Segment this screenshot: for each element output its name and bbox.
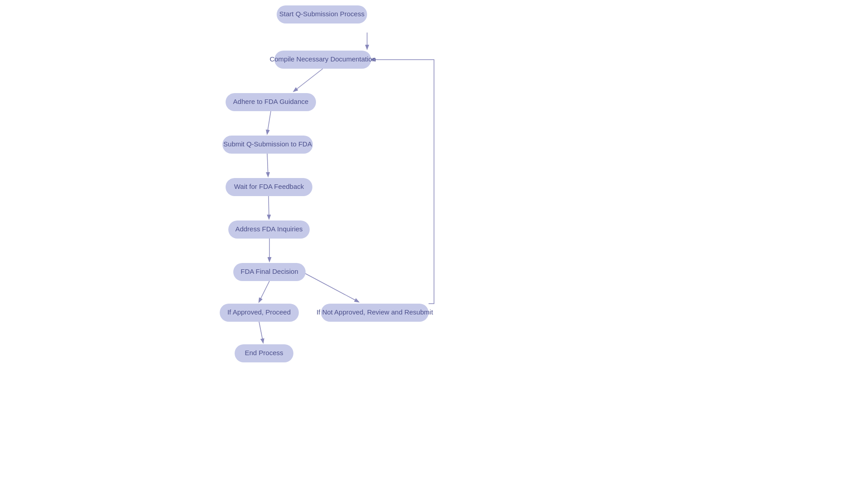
arrow-decision-approved [259,281,269,302]
arrow-approved-end [259,322,263,343]
arrow-submit-wait [267,154,268,176]
node-notapproved-label: If Not Approved, Review and Resubmit [316,308,433,316]
arrow-adhere-submit [267,111,271,134]
node-submit-label: Submit Q-Submission to FDA [223,140,312,148]
node-decision-label: FDA Final Decision [241,267,298,275]
arrow-decision-notapproved [302,272,359,302]
node-compile-label: Compile Necessary Documentation [269,55,376,63]
node-start-label: Start Q-Submission Process [279,10,364,18]
arrow-wait-address [269,196,269,219]
flowchart-container: Start Q-Submission Process Compile Neces… [0,0,868,488]
node-wait-label: Wait for FDA Feedback [234,183,304,190]
node-adhere-label: Adhere to FDA Guidance [233,98,309,105]
arrow-compile-adhere [294,69,323,91]
arrow-notapproved-compile [371,60,434,304]
node-approved-label: If Approved, Proceed [227,308,291,316]
node-end-label: End Process [245,349,283,357]
node-address-label: Address FDA Inquiries [235,225,302,233]
